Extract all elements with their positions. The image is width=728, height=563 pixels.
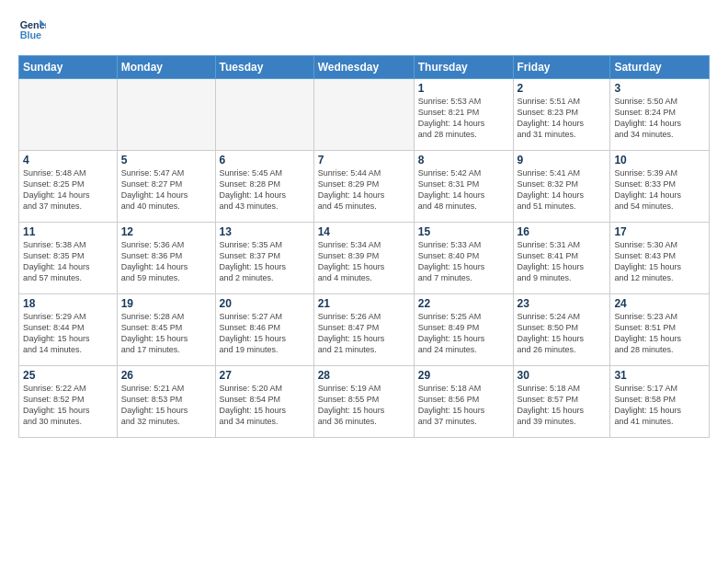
day-cell: 22Sunrise: 5:25 AM Sunset: 8:49 PM Dayli…	[414, 294, 513, 366]
day-cell	[19, 79, 118, 151]
day-number: 23	[518, 297, 607, 310]
day-cell: 29Sunrise: 5:18 AM Sunset: 8:56 PM Dayli…	[414, 366, 513, 438]
week-row-1: 1Sunrise: 5:53 AM Sunset: 8:21 PM Daylig…	[19, 79, 710, 151]
day-info: Sunrise: 5:39 AM Sunset: 8:33 PM Dayligh…	[614, 167, 705, 213]
day-number: 10	[614, 154, 705, 167]
week-row-2: 4Sunrise: 5:48 AM Sunset: 8:25 PM Daylig…	[19, 151, 710, 223]
day-number: 12	[121, 225, 211, 238]
day-number: 15	[418, 225, 509, 238]
calendar-table: SundayMondayTuesdayWednesdayThursdayFrid…	[18, 55, 710, 438]
day-cell: 12Sunrise: 5:36 AM Sunset: 8:36 PM Dayli…	[117, 223, 215, 294]
day-cell: 13Sunrise: 5:35 AM Sunset: 8:37 PM Dayli…	[215, 223, 313, 294]
day-info: Sunrise: 5:30 AM Sunset: 8:43 PM Dayligh…	[614, 239, 705, 284]
day-number: 21	[318, 297, 410, 310]
day-number: 13	[220, 225, 310, 238]
day-cell: 10Sunrise: 5:39 AM Sunset: 8:33 PM Dayli…	[610, 151, 710, 223]
col-header-thursday: Thursday	[414, 56, 513, 79]
day-info: Sunrise: 5:18 AM Sunset: 8:56 PM Dayligh…	[418, 383, 509, 428]
day-number: 16	[518, 225, 607, 238]
calendar-header-row: SundayMondayTuesdayWednesdayThursdayFrid…	[19, 56, 710, 79]
col-header-sunday: Sunday	[19, 56, 118, 79]
day-cell: 1Sunrise: 5:53 AM Sunset: 8:21 PM Daylig…	[414, 79, 513, 151]
day-number: 31	[614, 369, 705, 382]
day-number: 27	[220, 369, 310, 382]
day-info: Sunrise: 5:38 AM Sunset: 8:35 PM Dayligh…	[23, 239, 113, 284]
day-cell: 25Sunrise: 5:22 AM Sunset: 8:52 PM Dayli…	[19, 366, 118, 438]
day-cell: 17Sunrise: 5:30 AM Sunset: 8:43 PM Dayli…	[610, 223, 710, 294]
day-cell: 4Sunrise: 5:48 AM Sunset: 8:25 PM Daylig…	[19, 151, 118, 223]
day-info: Sunrise: 5:45 AM Sunset: 8:28 PM Dayligh…	[220, 167, 310, 213]
day-number: 3	[614, 82, 705, 95]
day-info: Sunrise: 5:48 AM Sunset: 8:25 PM Dayligh…	[23, 167, 113, 213]
day-info: Sunrise: 5:35 AM Sunset: 8:37 PM Dayligh…	[220, 239, 310, 284]
svg-text:Blue: Blue	[20, 29, 41, 40]
day-number: 2	[518, 82, 607, 95]
day-number: 24	[614, 297, 705, 310]
col-header-wednesday: Wednesday	[313, 56, 414, 79]
day-number: 7	[318, 154, 410, 167]
day-cell: 3Sunrise: 5:50 AM Sunset: 8:24 PM Daylig…	[610, 79, 710, 151]
day-info: Sunrise: 5:21 AM Sunset: 8:53 PM Dayligh…	[121, 383, 211, 428]
header: General Blue	[18, 17, 710, 44]
day-info: Sunrise: 5:53 AM Sunset: 8:21 PM Dayligh…	[418, 96, 509, 141]
logo: General Blue	[18, 17, 46, 44]
day-info: Sunrise: 5:25 AM Sunset: 8:49 PM Dayligh…	[418, 311, 509, 356]
day-info: Sunrise: 5:17 AM Sunset: 8:58 PM Dayligh…	[614, 383, 705, 428]
day-number: 1	[418, 82, 509, 95]
day-info: Sunrise: 5:36 AM Sunset: 8:36 PM Dayligh…	[121, 239, 211, 284]
day-info: Sunrise: 5:26 AM Sunset: 8:47 PM Dayligh…	[318, 311, 410, 356]
day-number: 9	[518, 154, 607, 167]
day-number: 30	[518, 369, 607, 382]
day-info: Sunrise: 5:31 AM Sunset: 8:41 PM Dayligh…	[518, 239, 607, 284]
day-number: 28	[318, 369, 410, 382]
day-number: 17	[614, 225, 705, 238]
day-cell: 31Sunrise: 5:17 AM Sunset: 8:58 PM Dayli…	[610, 366, 710, 438]
day-number: 19	[121, 297, 211, 310]
page: General Blue SundayMondayTuesdayWednesda…	[0, 0, 728, 447]
day-info: Sunrise: 5:20 AM Sunset: 8:54 PM Dayligh…	[220, 383, 310, 428]
day-cell: 19Sunrise: 5:28 AM Sunset: 8:45 PM Dayli…	[117, 294, 215, 366]
day-cell: 18Sunrise: 5:29 AM Sunset: 8:44 PM Dayli…	[19, 294, 118, 366]
day-number: 5	[121, 154, 211, 167]
day-cell	[313, 79, 414, 151]
day-cell: 27Sunrise: 5:20 AM Sunset: 8:54 PM Dayli…	[215, 366, 313, 438]
day-cell: 7Sunrise: 5:44 AM Sunset: 8:29 PM Daylig…	[313, 151, 414, 223]
week-row-3: 11Sunrise: 5:38 AM Sunset: 8:35 PM Dayli…	[19, 223, 710, 294]
day-cell	[215, 79, 313, 151]
col-header-monday: Monday	[117, 56, 215, 79]
day-number: 14	[318, 225, 410, 238]
day-cell: 16Sunrise: 5:31 AM Sunset: 8:41 PM Dayli…	[513, 223, 610, 294]
day-cell: 15Sunrise: 5:33 AM Sunset: 8:40 PM Dayli…	[414, 223, 513, 294]
day-cell: 9Sunrise: 5:41 AM Sunset: 8:32 PM Daylig…	[513, 151, 610, 223]
week-row-5: 25Sunrise: 5:22 AM Sunset: 8:52 PM Dayli…	[19, 366, 710, 438]
day-cell: 8Sunrise: 5:42 AM Sunset: 8:31 PM Daylig…	[414, 151, 513, 223]
day-info: Sunrise: 5:19 AM Sunset: 8:55 PM Dayligh…	[318, 383, 410, 428]
day-info: Sunrise: 5:23 AM Sunset: 8:51 PM Dayligh…	[614, 311, 705, 356]
day-cell: 26Sunrise: 5:21 AM Sunset: 8:53 PM Dayli…	[117, 366, 215, 438]
logo-icon: General Blue	[18, 17, 46, 44]
week-row-4: 18Sunrise: 5:29 AM Sunset: 8:44 PM Dayli…	[19, 294, 710, 366]
day-info: Sunrise: 5:18 AM Sunset: 8:57 PM Dayligh…	[518, 383, 607, 428]
day-info: Sunrise: 5:33 AM Sunset: 8:40 PM Dayligh…	[418, 239, 509, 284]
day-number: 20	[220, 297, 310, 310]
col-header-friday: Friday	[513, 56, 610, 79]
day-info: Sunrise: 5:28 AM Sunset: 8:45 PM Dayligh…	[121, 311, 211, 356]
day-info: Sunrise: 5:44 AM Sunset: 8:29 PM Dayligh…	[318, 167, 410, 213]
day-info: Sunrise: 5:27 AM Sunset: 8:46 PM Dayligh…	[220, 311, 310, 356]
day-number: 6	[220, 154, 310, 167]
day-number: 22	[418, 297, 509, 310]
day-info: Sunrise: 5:50 AM Sunset: 8:24 PM Dayligh…	[614, 96, 705, 141]
day-cell	[117, 79, 215, 151]
day-number: 11	[23, 225, 113, 238]
day-cell: 23Sunrise: 5:24 AM Sunset: 8:50 PM Dayli…	[513, 294, 610, 366]
day-info: Sunrise: 5:29 AM Sunset: 8:44 PM Dayligh…	[23, 311, 113, 356]
day-info: Sunrise: 5:24 AM Sunset: 8:50 PM Dayligh…	[518, 311, 607, 356]
day-info: Sunrise: 5:51 AM Sunset: 8:23 PM Dayligh…	[518, 96, 607, 141]
day-info: Sunrise: 5:22 AM Sunset: 8:52 PM Dayligh…	[23, 383, 113, 428]
day-number: 18	[23, 297, 113, 310]
day-cell: 14Sunrise: 5:34 AM Sunset: 8:39 PM Dayli…	[313, 223, 414, 294]
day-info: Sunrise: 5:41 AM Sunset: 8:32 PM Dayligh…	[518, 167, 607, 213]
day-cell: 11Sunrise: 5:38 AM Sunset: 8:35 PM Dayli…	[19, 223, 118, 294]
day-cell: 24Sunrise: 5:23 AM Sunset: 8:51 PM Dayli…	[610, 294, 710, 366]
day-info: Sunrise: 5:34 AM Sunset: 8:39 PM Dayligh…	[318, 239, 410, 284]
